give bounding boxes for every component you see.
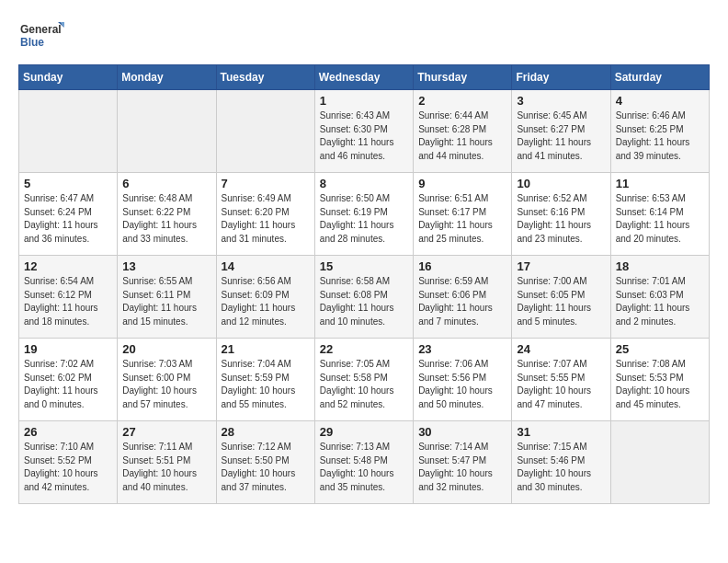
day-number: 4 xyxy=(616,94,704,108)
day-info: Sunrise: 7:03 AM Sunset: 6:00 PM Dayligh… xyxy=(122,358,210,411)
day-info: Sunrise: 6:51 AM Sunset: 6:17 PM Dayligh… xyxy=(418,192,506,246)
calendar-cell: 3Sunrise: 6:45 AM Sunset: 6:27 PM Daylig… xyxy=(512,90,610,173)
day-info: Sunrise: 7:15 AM Sunset: 5:46 PM Dayligh… xyxy=(517,441,605,494)
calendar-cell: 29Sunrise: 7:13 AM Sunset: 5:48 PM Dayli… xyxy=(314,421,413,504)
week-row-3: 12Sunrise: 6:54 AM Sunset: 6:12 PM Dayli… xyxy=(19,256,710,339)
calendar-cell: 2Sunrise: 6:44 AM Sunset: 6:28 PM Daylig… xyxy=(414,90,512,173)
calendar-cell xyxy=(19,90,118,173)
day-number: 2 xyxy=(418,94,506,108)
day-number: 20 xyxy=(122,342,210,356)
day-info: Sunrise: 7:05 AM Sunset: 5:58 PM Dayligh… xyxy=(320,358,408,411)
day-number: 17 xyxy=(517,259,605,273)
calendar-cell: 17Sunrise: 7:00 AM Sunset: 6:05 PM Dayli… xyxy=(512,256,610,339)
day-number: 24 xyxy=(517,342,605,356)
day-info: Sunrise: 7:12 AM Sunset: 5:50 PM Dayligh… xyxy=(222,441,310,494)
calendar-cell: 26Sunrise: 7:10 AM Sunset: 5:52 PM Dayli… xyxy=(19,421,118,504)
week-row-5: 26Sunrise: 7:10 AM Sunset: 5:52 PM Dayli… xyxy=(19,421,710,504)
calendar-table: SundayMondayTuesdayWednesdayThursdayFrid… xyxy=(18,64,710,504)
day-info: Sunrise: 6:47 AM Sunset: 6:24 PM Dayligh… xyxy=(24,192,112,246)
day-number: 31 xyxy=(517,425,605,439)
day-info: Sunrise: 6:46 AM Sunset: 6:25 PM Dayligh… xyxy=(616,109,704,163)
header-row: SundayMondayTuesdayWednesdayThursdayFrid… xyxy=(19,65,710,90)
day-info: Sunrise: 7:08 AM Sunset: 5:53 PM Dayligh… xyxy=(616,358,704,411)
day-info: Sunrise: 7:11 AM Sunset: 5:51 PM Dayligh… xyxy=(122,441,210,494)
calendar-cell xyxy=(118,90,216,173)
day-info: Sunrise: 6:59 AM Sunset: 6:06 PM Dayligh… xyxy=(418,275,506,328)
day-number: 26 xyxy=(24,425,112,439)
day-number: 25 xyxy=(616,342,704,356)
calendar-cell: 28Sunrise: 7:12 AM Sunset: 5:50 PM Dayli… xyxy=(216,421,314,504)
day-number: 29 xyxy=(320,425,408,439)
calendar-cell: 6Sunrise: 6:48 AM Sunset: 6:22 PM Daylig… xyxy=(118,173,216,256)
day-number: 22 xyxy=(320,342,408,356)
day-info: Sunrise: 6:44 AM Sunset: 6:28 PM Dayligh… xyxy=(418,109,506,163)
day-number: 7 xyxy=(222,177,310,190)
col-header-tuesday: Tuesday xyxy=(216,65,314,90)
col-header-friday: Friday xyxy=(512,65,610,90)
svg-text:Blue: Blue xyxy=(20,36,44,49)
logo-svg: General Blue xyxy=(18,18,64,55)
day-number: 15 xyxy=(320,259,408,273)
day-number: 1 xyxy=(320,94,408,108)
calendar-cell: 8Sunrise: 6:50 AM Sunset: 6:19 PM Daylig… xyxy=(314,173,413,256)
calendar-cell: 12Sunrise: 6:54 AM Sunset: 6:12 PM Dayli… xyxy=(19,256,118,339)
day-number: 16 xyxy=(418,259,506,273)
calendar-cell: 20Sunrise: 7:03 AM Sunset: 6:00 PM Dayli… xyxy=(118,339,216,421)
day-info: Sunrise: 6:54 AM Sunset: 6:12 PM Dayligh… xyxy=(24,275,112,328)
calendar-cell: 27Sunrise: 7:11 AM Sunset: 5:51 PM Dayli… xyxy=(118,421,216,504)
day-info: Sunrise: 6:55 AM Sunset: 6:11 PM Dayligh… xyxy=(122,275,210,328)
day-info: Sunrise: 7:14 AM Sunset: 5:47 PM Dayligh… xyxy=(418,441,506,494)
day-info: Sunrise: 6:56 AM Sunset: 6:09 PM Dayligh… xyxy=(222,275,310,328)
day-info: Sunrise: 7:01 AM Sunset: 6:03 PM Dayligh… xyxy=(616,275,704,328)
day-number: 13 xyxy=(122,259,210,273)
calendar-cell: 13Sunrise: 6:55 AM Sunset: 6:11 PM Dayli… xyxy=(118,256,216,339)
calendar-cell: 11Sunrise: 6:53 AM Sunset: 6:14 PM Dayli… xyxy=(610,173,709,256)
calendar-cell: 23Sunrise: 7:06 AM Sunset: 5:56 PM Dayli… xyxy=(414,339,512,421)
calendar-cell xyxy=(610,421,709,504)
day-info: Sunrise: 6:48 AM Sunset: 6:22 PM Dayligh… xyxy=(122,192,210,246)
col-header-thursday: Thursday xyxy=(414,65,512,90)
day-number: 6 xyxy=(122,177,210,190)
week-row-1: 1Sunrise: 6:43 AM Sunset: 6:30 PM Daylig… xyxy=(19,90,710,173)
day-number: 5 xyxy=(24,177,112,190)
calendar-cell: 18Sunrise: 7:01 AM Sunset: 6:03 PM Dayli… xyxy=(610,256,709,339)
calendar-cell: 30Sunrise: 7:14 AM Sunset: 5:47 PM Dayli… xyxy=(414,421,512,504)
day-info: Sunrise: 6:43 AM Sunset: 6:30 PM Dayligh… xyxy=(320,109,408,163)
calendar-cell: 24Sunrise: 7:07 AM Sunset: 5:55 PM Dayli… xyxy=(512,339,610,421)
day-number: 9 xyxy=(418,177,506,190)
day-number: 11 xyxy=(616,177,704,190)
calendar-cell: 19Sunrise: 7:02 AM Sunset: 6:02 PM Dayli… xyxy=(19,339,118,421)
week-row-4: 19Sunrise: 7:02 AM Sunset: 6:02 PM Dayli… xyxy=(19,339,710,421)
calendar-cell: 31Sunrise: 7:15 AM Sunset: 5:46 PM Dayli… xyxy=(512,421,610,504)
day-info: Sunrise: 7:00 AM Sunset: 6:05 PM Dayligh… xyxy=(517,275,605,328)
col-header-monday: Monday xyxy=(118,65,216,90)
day-number: 8 xyxy=(320,177,408,190)
day-number: 27 xyxy=(122,425,210,439)
calendar-cell xyxy=(216,90,314,173)
day-number: 12 xyxy=(24,259,112,273)
page-header: General Blue xyxy=(18,18,710,55)
day-number: 28 xyxy=(222,425,310,439)
calendar-cell: 14Sunrise: 6:56 AM Sunset: 6:09 PM Dayli… xyxy=(216,256,314,339)
day-info: Sunrise: 6:50 AM Sunset: 6:19 PM Dayligh… xyxy=(320,192,408,246)
day-number: 30 xyxy=(418,425,506,439)
day-info: Sunrise: 6:52 AM Sunset: 6:16 PM Dayligh… xyxy=(517,192,605,246)
col-header-saturday: Saturday xyxy=(610,65,709,90)
calendar-cell: 4Sunrise: 6:46 AM Sunset: 6:25 PM Daylig… xyxy=(610,90,709,173)
day-number: 10 xyxy=(517,177,605,190)
day-number: 14 xyxy=(222,259,310,273)
calendar-cell: 1Sunrise: 6:43 AM Sunset: 6:30 PM Daylig… xyxy=(314,90,413,173)
calendar-cell: 5Sunrise: 6:47 AM Sunset: 6:24 PM Daylig… xyxy=(19,173,118,256)
svg-text:General: General xyxy=(20,23,62,36)
week-row-2: 5Sunrise: 6:47 AM Sunset: 6:24 PM Daylig… xyxy=(19,173,710,256)
col-header-sunday: Sunday xyxy=(19,65,118,90)
calendar-cell: 22Sunrise: 7:05 AM Sunset: 5:58 PM Dayli… xyxy=(314,339,413,421)
calendar-cell: 10Sunrise: 6:52 AM Sunset: 6:16 PM Dayli… xyxy=(512,173,610,256)
day-info: Sunrise: 6:58 AM Sunset: 6:08 PM Dayligh… xyxy=(320,275,408,328)
day-number: 21 xyxy=(222,342,310,356)
day-number: 19 xyxy=(24,342,112,356)
day-info: Sunrise: 7:07 AM Sunset: 5:55 PM Dayligh… xyxy=(517,358,605,411)
day-info: Sunrise: 6:53 AM Sunset: 6:14 PM Dayligh… xyxy=(616,192,704,246)
day-info: Sunrise: 6:45 AM Sunset: 6:27 PM Dayligh… xyxy=(517,109,605,163)
calendar-cell: 25Sunrise: 7:08 AM Sunset: 5:53 PM Dayli… xyxy=(610,339,709,421)
